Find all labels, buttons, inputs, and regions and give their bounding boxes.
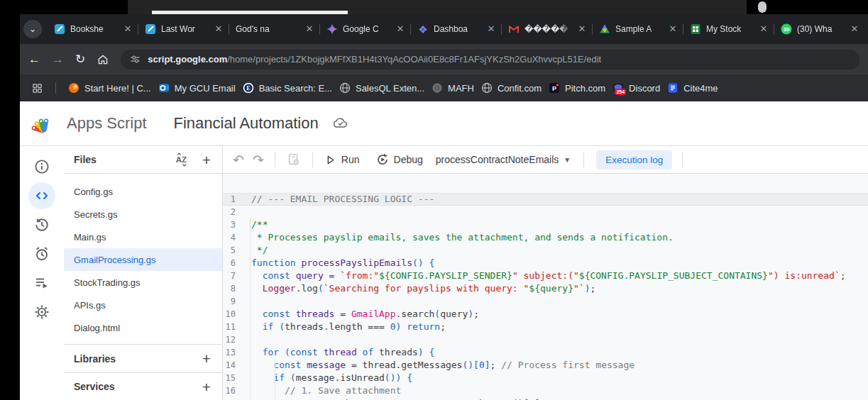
code-line[interactable]: 13 for (const thread of threads) { (223, 346, 868, 359)
line-number: 1 (223, 193, 248, 206)
background-scrollbar-thumb (758, 1, 767, 13)
add-file-plus-icon[interactable]: + (202, 152, 211, 167)
back-icon[interactable]: ← (28, 53, 40, 65)
info-icon (33, 158, 50, 175)
tab-close-icon[interactable]: ✕ (395, 23, 406, 35)
code-text: */ (248, 244, 268, 257)
file-item[interactable]: Config.gs (64, 180, 222, 203)
browser-tab[interactable]: Sample A✕ (593, 17, 683, 41)
line-number: 4 (223, 231, 248, 244)
browser-tab[interactable]: �����✕ (502, 17, 592, 41)
code-text: const message = thread.getMessages()[0];… (248, 359, 634, 372)
bookmark-item[interactable]: My GCU Email (158, 82, 236, 94)
code-line[interactable]: 14 const message = thread.getMessages()[… (223, 359, 868, 372)
tab-close-icon[interactable]: ✕ (576, 23, 588, 35)
url-field[interactable]: script.google.com/home/projects/1ZKbojgk… (121, 50, 859, 70)
toolbar-divider (682, 152, 683, 167)
bookmark-item[interactable]: PPitch.com (549, 82, 605, 94)
add-service-plus-icon[interactable]: + (202, 379, 211, 394)
code-line[interactable]: 1// --- EMAIL PROCESSING LOGIC --- (223, 193, 868, 206)
code-line[interactable]: 16 // 1. Save attachment (223, 384, 868, 397)
tab-close-icon[interactable]: ✕ (122, 23, 133, 35)
redo-icon[interactable]: ↷ (248, 150, 268, 170)
nav-rail-project-history[interactable] (28, 211, 55, 238)
line-number: 14 (223, 359, 248, 372)
bookmark-item[interactable]: MAFH (432, 82, 474, 94)
forward-icon[interactable]: → (52, 53, 64, 65)
line-number: 6 (223, 257, 248, 270)
file-item[interactable]: APIs.gs (64, 294, 222, 316)
browser-tab[interactable]: Last Wor✕ (138, 17, 229, 41)
bookmark-item[interactable]: EBasic Search: E... (243, 82, 332, 94)
nav-rail-overview[interactable] (28, 153, 55, 180)
code-line[interactable]: 9 (223, 295, 868, 308)
bookmark-item[interactable]: Cite4me (667, 82, 718, 94)
sort-az-icon[interactable]: AZ (174, 152, 189, 167)
code-line[interactable]: 3/** (223, 218, 868, 231)
executions-icon (33, 274, 50, 291)
browser-tab[interactable]: Google C✕ (320, 17, 410, 41)
tab-close-icon[interactable]: ✕ (667, 23, 679, 35)
reload-icon[interactable]: ↻ (75, 53, 85, 65)
code-line[interactable]: 11 if (threads.length === 0) return; (223, 321, 868, 333)
line-number: 7 (223, 270, 248, 282)
file-item[interactable]: Secrets.gs (64, 203, 222, 226)
execution-log-button[interactable]: Execution log (596, 150, 672, 170)
tab-close-icon[interactable]: ✕ (304, 23, 315, 35)
file-item[interactable]: Dialog.html (64, 316, 222, 339)
browser-tab[interactable]: ❖Dashboa✕ (411, 17, 501, 41)
nav-rail-settings[interactable] (28, 299, 55, 326)
run-button[interactable]: Run (319, 150, 364, 170)
bookmark-item[interactable]: Start Here! | C... (68, 82, 151, 94)
nav-rail-triggers[interactable] (28, 240, 55, 267)
code-line[interactable]: 2 (223, 206, 868, 218)
bookmark-item[interactable]: Confit.com (481, 82, 542, 94)
home-icon[interactable] (97, 53, 109, 66)
code-line[interactable]: 4 * Processes payslip emails, saves the … (223, 231, 868, 244)
line-number: 8 (223, 282, 248, 295)
add-library-plus-icon[interactable]: + (202, 351, 211, 366)
nav-rail-executions[interactable] (28, 270, 55, 296)
code-line[interactable]: 7 const query = `from:"${CONFIG.PAYSLIP_… (223, 270, 868, 282)
browser-tab[interactable]: Bookshe✕ (48, 17, 138, 41)
tab-search-chevron-icon[interactable]: ⌄ (23, 20, 42, 38)
project-title[interactable]: Financial Automation (174, 114, 319, 133)
code-line[interactable]: 5 */ (223, 244, 868, 257)
nav-rail-editor[interactable] (28, 182, 55, 209)
code-line[interactable]: 6function processPayslipEmails() { (223, 257, 868, 270)
services-label: Services (74, 381, 202, 392)
file-item[interactable]: StockTrading.gs (64, 271, 222, 294)
tab-strip: ⌄ Bookshe✕Last Wor✕God's na✕Google C✕❖Da… (20, 14, 868, 44)
bookmark-item[interactable]: 254Discord (612, 82, 660, 94)
product-name[interactable]: Apps Script (67, 114, 147, 133)
diamond-icon: ❖ (417, 23, 429, 35)
save-icon[interactable] (282, 149, 306, 170)
discord-icon: 254 (612, 82, 624, 94)
code-line[interactable]: 12 (223, 333, 868, 346)
code-line[interactable]: 10 const threads = GmailApp.search(query… (223, 308, 868, 321)
site-settings-tune-icon[interactable] (129, 53, 141, 65)
bookmark-item[interactable]: SalesQL Exten... (339, 82, 424, 94)
debug-button[interactable]: Debug (371, 150, 427, 170)
browser-tab[interactable]: God's na✕ (229, 17, 319, 41)
browser-tab[interactable]: 30(30) Wha✕ (774, 17, 864, 41)
tab-close-icon[interactable]: ✕ (213, 23, 224, 35)
code-line[interactable]: 17 const attachment = message.getAttachm… (223, 397, 868, 400)
file-item[interactable]: GmailProcessing.gs (64, 248, 222, 271)
browser-tab[interactable]: My Stock✕ (683, 17, 774, 41)
apps-grid-icon[interactable] (31, 82, 43, 94)
code-line[interactable]: 8 Logger.log(`Searching for payslips wit… (223, 282, 868, 295)
function-selector-dropdown[interactable]: processContractNoteEmails ▼ (436, 154, 571, 165)
code-line[interactable]: 15 if (message.isUnread()) { (223, 372, 868, 384)
line-number: 15 (223, 372, 248, 384)
undo-icon[interactable]: ↶ (229, 150, 248, 170)
tab-close-icon[interactable]: ✕ (485, 23, 497, 35)
apps-script-logo-icon[interactable] (34, 113, 60, 134)
debug-icon (375, 152, 390, 167)
bookmark-label: Pitch.com (565, 83, 605, 94)
file-item[interactable]: Main.gs (64, 226, 222, 248)
globe-icon (339, 82, 351, 94)
tab-close-icon[interactable]: ✕ (849, 23, 860, 35)
code-editor[interactable]: 1// --- EMAIL PROCESSING LOGIC ---23/**4… (223, 174, 868, 400)
tab-close-icon[interactable]: ✕ (758, 23, 769, 35)
